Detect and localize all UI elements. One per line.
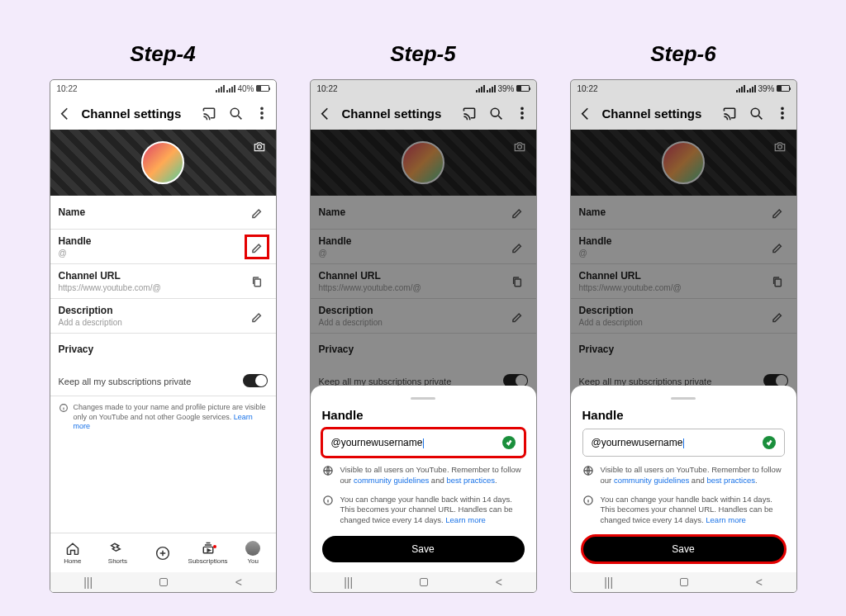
globe-icon [322,465,334,476]
search-icon[interactable] [226,104,245,122]
check-valid-icon [763,436,776,449]
recents-button[interactable]: ||| [83,576,93,589]
row-url[interactable]: Channel URLhttps://www.youtube.com/@ [50,264,276,299]
learn-more-link[interactable]: Learn more [706,515,746,524]
status-bar: 10:22 40% [50,80,276,97]
footer-note: Changes made to your name and profile pi… [50,396,276,438]
community-guidelines-link[interactable]: community guidelines [614,476,689,485]
best-practices-link[interactable]: best practices [446,476,495,485]
sheet-title: Handle [582,408,785,422]
privacy-toggle[interactable] [243,374,268,387]
value-desc: Add a description [59,318,246,327]
home-button[interactable] [159,578,168,586]
status-time: 10:22 [57,84,78,93]
sheet-info-visibility: Visible to all users on YouTube. Remembe… [322,465,525,486]
phone-step6: 10:2239% Channel settings Name Handle@ C… [570,79,797,593]
edit-name-icon[interactable] [246,201,268,223]
step-label-4: Step-4 [130,41,195,67]
label-handle: Handle [59,235,246,247]
more-icon[interactable] [253,104,271,122]
back-button[interactable]: < [235,576,242,589]
channel-banner [50,130,276,196]
label-privacy: Privacy [59,344,268,355]
cast-icon[interactable] [200,104,218,122]
page-title: Channel settings [82,107,192,121]
row-handle[interactable]: Handle@ [50,230,276,264]
step-label-6: Step-6 [650,41,715,67]
save-button[interactable]: Save [322,536,525,562]
sheet-title: Handle [322,408,525,422]
value-url: https://www.youtube.com/@ [59,283,246,292]
info-icon [59,403,69,413]
row-name[interactable]: Name [50,196,276,230]
camera-icon[interactable] [250,136,269,156]
best-practices-link[interactable]: best practices [706,476,755,485]
label-desc: Description [59,305,246,316]
info-icon [582,495,594,506]
nav-create[interactable] [140,533,186,572]
sheet-info-visibility: Visible to all users on YouTube. Remembe… [582,465,785,486]
step-label-5: Step-5 [390,41,455,67]
edit-desc-icon[interactable] [246,306,268,327]
label-url: Channel URL [59,270,246,282]
sheet-grabber[interactable] [671,397,696,400]
save-button[interactable]: Save [582,536,785,562]
nav-shorts[interactable]: Shorts [95,533,140,572]
phone-step4: 10:22 40% Channel settings [50,79,277,593]
app-header: Channel settings [50,97,276,130]
nav-subscriptions[interactable]: Subscriptions [185,533,231,572]
signal-icon [216,85,225,92]
value-handle: @ [59,249,246,258]
signal-icon [226,85,235,92]
battery-icon [256,85,269,92]
row-description[interactable]: DescriptionAdd a description [50,299,276,334]
bottom-nav: Home Shorts Subscriptions You [50,533,276,572]
edit-handle-icon[interactable] [246,236,268,258]
row-privacy-header: Privacy [50,334,276,365]
back-icon[interactable] [55,104,74,122]
avatar[interactable] [141,141,184,184]
android-nav: ||| < [50,572,276,592]
copy-url-icon[interactable] [246,271,268,292]
handle-input[interactable]: @yournewusername [322,429,525,457]
phone-step5: 10:2239% Channel settings Name Handle@ C… [310,79,537,593]
handle-bottom-sheet: Handle @yournewusername Visible to all u… [311,386,536,572]
nav-you[interactable]: You [231,533,276,572]
nav-home[interactable]: Home [50,533,96,572]
info-icon [322,495,334,506]
sheet-info-change: You can change your handle back within 1… [322,495,525,526]
sheet-info-change: You can change your handle back within 1… [582,495,785,526]
community-guidelines-link[interactable]: community guidelines [354,476,429,485]
handle-input[interactable]: @yournewusername [582,429,785,457]
sheet-grabber[interactable] [411,397,435,400]
handle-bottom-sheet: Handle @yournewusername Visible to all u… [571,386,796,572]
learn-more-link[interactable]: Learn more [445,515,486,524]
globe-icon [582,465,594,476]
battery-text: 40% [237,84,254,93]
check-valid-icon [502,436,516,449]
row-privacy-toggle[interactable]: Keep all my subscriptions private [50,365,276,396]
label-name: Name [59,206,246,218]
value-privacy: Keep all my subscriptions private [59,377,243,386]
